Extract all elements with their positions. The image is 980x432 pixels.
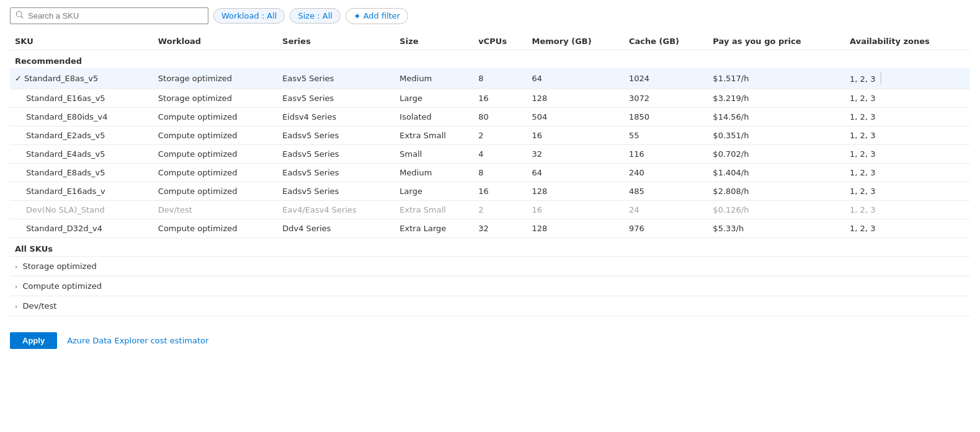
memory-cell: 64	[527, 164, 624, 182]
collapsible-group-row[interactable]: ›Compute optimized	[10, 276, 970, 296]
vcpus-cell: 2	[473, 126, 527, 145]
collapsible-group-row[interactable]: ›Storage optimized	[10, 257, 970, 276]
series-cell: Eadsv5 Series	[277, 182, 394, 201]
table-row[interactable]: Dev(No SLA)_StandDev/testEav4/Easv4 Seri…	[10, 201, 970, 219]
table-row[interactable]: Standard_E4ads_v5Compute optimizedEadsv5…	[10, 145, 970, 164]
col-header-memory: Memory (GB)	[527, 33, 624, 50]
scrollbar-hint: │	[878, 73, 884, 84]
series-cell: Eav4/Easv4 Series	[277, 201, 394, 219]
sku-name: Standard_E80ids_v4	[26, 112, 108, 121]
table-row[interactable]: Standard_E80ids_v4Compute optimizedEidsv…	[10, 108, 970, 126]
cache-cell: 1850	[624, 108, 708, 126]
workload-cell: Compute optimized	[153, 108, 277, 126]
add-filter-button[interactable]: ✦ Add filter	[345, 8, 408, 24]
table-row[interactable]: Standard_E16as_v5Storage optimizedEasv5 …	[10, 89, 970, 108]
workload-cell: Compute optimized	[153, 164, 277, 182]
vcpus-cell: 2	[473, 201, 527, 219]
col-header-vcpus: vCPUs	[473, 33, 527, 50]
cost-estimator-link[interactable]: Azure Data Explorer cost estimator	[67, 336, 208, 345]
workload-filter-label: Workload : All	[221, 11, 277, 20]
vcpus-cell: 80	[473, 108, 527, 126]
zones-cell: 1, 2, 3	[845, 126, 970, 145]
table-row[interactable]: ✓Standard_E8as_v5Storage optimizedEasv5 …	[10, 68, 970, 89]
col-header-series: Series	[277, 33, 394, 50]
memory-cell: 504	[527, 108, 624, 126]
price-cell: $1.517/h	[708, 68, 845, 89]
memory-cell: 64	[527, 68, 624, 89]
recommended-label: Recommended	[10, 50, 970, 69]
search-input[interactable]	[28, 11, 203, 20]
workload-cell: Storage optimized	[153, 89, 277, 108]
cache-cell: 240	[624, 164, 708, 182]
size-cell: Medium	[394, 164, 473, 182]
add-filter-icon: ✦	[354, 11, 361, 21]
sku-table: SKU Workload Series Size vCPUs Memory (G…	[10, 33, 970, 238]
workload-filter-chip[interactable]: Workload : All	[213, 8, 285, 24]
cache-cell: 485	[624, 182, 708, 201]
zones-cell: 1, 2, 3	[845, 164, 970, 182]
series-cell: Eadsv5 Series	[277, 145, 394, 164]
vcpus-cell: 8	[473, 164, 527, 182]
sku-name: Standard_E16ads_v	[26, 187, 105, 196]
col-header-cache: Cache (GB)	[624, 33, 708, 50]
table-row[interactable]: Standard_D32d_v4Compute optimizedDdv4 Se…	[10, 219, 970, 238]
search-box[interactable]	[10, 7, 208, 24]
size-cell: Medium	[394, 68, 473, 89]
group-label: Dev/test	[22, 301, 56, 311]
sku-name: Dev(No SLA)_Stand	[26, 205, 105, 214]
zones-cell: 1, 2, 3	[845, 201, 970, 219]
sku-cell: Standard_D32d_v4	[10, 219, 153, 238]
col-header-size: Size	[394, 33, 473, 50]
search-icon	[16, 11, 24, 21]
price-cell: $0.702/h	[708, 145, 845, 164]
checkmark-icon: ✓	[15, 74, 22, 83]
price-cell: $14.56/h	[708, 108, 845, 126]
collapsible-group-row[interactable]: ›Dev/test	[10, 296, 970, 316]
vcpus-cell: 8	[473, 68, 527, 89]
cache-cell: 116	[624, 145, 708, 164]
table-row[interactable]: Standard_E2ads_v5Compute optimizedEadsv5…	[10, 126, 970, 145]
size-cell: Large	[394, 89, 473, 108]
sku-name: Standard_E2ads_v5	[26, 131, 105, 140]
series-cell: Eadsv5 Series	[277, 164, 394, 182]
zones-cell: 1, 2, 3	[845, 145, 970, 164]
memory-cell: 16	[527, 201, 624, 219]
size-cell: Extra Small	[394, 201, 473, 219]
bottom-bar: Apply Azure Data Explorer cost estimator	[10, 327, 970, 349]
sku-cell: Dev(No SLA)_Stand	[10, 201, 153, 219]
all-skus-label: All SKUs	[10, 238, 970, 257]
apply-button[interactable]: Apply	[10, 332, 57, 349]
price-cell: $3.219/h	[708, 89, 845, 108]
size-cell: Large	[394, 182, 473, 201]
vcpus-cell: 16	[473, 89, 527, 108]
table-row[interactable]: Standard_E16ads_vCompute optimizedEadsv5…	[10, 182, 970, 201]
workload-cell: Storage optimized	[153, 68, 277, 89]
cache-cell: 3072	[624, 89, 708, 108]
price-cell: $0.126/h	[708, 201, 845, 219]
sku-name: Standard_D32d_v4	[26, 224, 102, 233]
sku-cell: ✓Standard_E8as_v5	[10, 68, 153, 89]
size-filter-label: Size : All	[298, 11, 332, 20]
zones-cell: 1, 2, 3 │	[845, 68, 970, 89]
table-row[interactable]: Standard_E8ads_v5Compute optimizedEadsv5…	[10, 164, 970, 182]
sku-name: Standard_E16as_v5	[26, 94, 105, 103]
col-header-sku: SKU	[10, 33, 153, 50]
workload-cell: Compute optimized	[153, 126, 277, 145]
price-cell: $1.404/h	[708, 164, 845, 182]
recommended-section-header: Recommended	[10, 50, 970, 69]
memory-cell: 32	[527, 145, 624, 164]
size-filter-chip[interactable]: Size : All	[290, 8, 340, 24]
add-filter-label: Add filter	[363, 11, 401, 20]
sku-name: Standard_E4ads_v5	[26, 149, 105, 159]
cache-cell: 55	[624, 126, 708, 145]
price-cell: $0.351/h	[708, 126, 845, 145]
series-cell: Eidsv4 Series	[277, 108, 394, 126]
vcpus-cell: 16	[473, 182, 527, 201]
workload-cell: Compute optimized	[153, 145, 277, 164]
zones-cell: 1, 2, 3	[845, 182, 970, 201]
series-cell: Easv5 Series	[277, 68, 394, 89]
zones-cell: 1, 2, 3	[845, 108, 970, 126]
size-cell: Extra Small	[394, 126, 473, 145]
memory-cell: 16	[527, 126, 624, 145]
workload-cell: Dev/test	[153, 201, 277, 219]
